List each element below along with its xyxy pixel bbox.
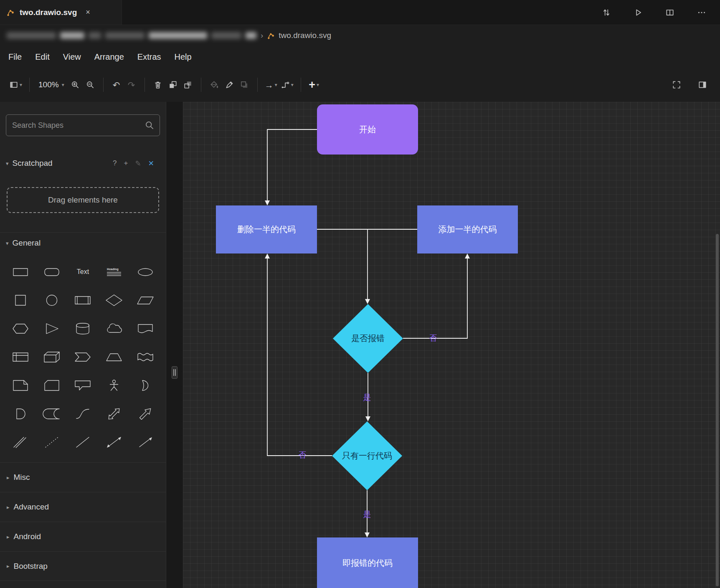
shape-or[interactable] xyxy=(129,371,161,400)
shape-heading[interactable]: Heading xyxy=(99,258,130,286)
redacted-path-segment xyxy=(89,32,101,39)
section-misc-header[interactable]: ▸ Misc xyxy=(0,462,166,492)
shape-step[interactable] xyxy=(67,343,99,371)
edge-start-to-delete[interactable] xyxy=(267,129,317,201)
waypoints-icon xyxy=(281,80,290,89)
edge-label-no[interactable]: 否 xyxy=(429,333,437,344)
insert-button[interactable]: + ▾ xyxy=(307,76,322,93)
shape-ellipse[interactable] xyxy=(129,258,161,286)
tab-two-drawio-svg[interactable]: two.drawio.svg × xyxy=(0,0,122,25)
shape-and[interactable] xyxy=(5,400,36,428)
shape-diamond[interactable] xyxy=(99,286,130,314)
connection-arrow-icon: → xyxy=(265,81,274,89)
line-color-button[interactable] xyxy=(222,76,237,93)
edge-one-line-no-to-delete[interactable] xyxy=(267,258,332,456)
scratchpad-add-icon[interactable]: + xyxy=(124,159,128,167)
shape-card[interactable] xyxy=(36,371,68,400)
shape-triangle[interactable] xyxy=(36,314,68,343)
shape-note[interactable] xyxy=(5,371,36,400)
undo-button[interactable]: ↶ xyxy=(109,76,124,93)
to-back-button[interactable] xyxy=(180,76,195,93)
edge-is-error-no-to-add[interactable] xyxy=(403,258,467,338)
shape-arrow[interactable] xyxy=(129,400,161,428)
breadcrumb-file[interactable]: two.drawio.svg xyxy=(267,31,331,40)
shape-internal-storage[interactable] xyxy=(5,343,36,371)
search-shapes-input[interactable] xyxy=(6,114,160,136)
shape-directional-connection[interactable] xyxy=(129,428,161,456)
shape-hexagon[interactable] xyxy=(5,314,36,343)
zoom-in-button[interactable] xyxy=(68,76,83,93)
edge-label-no[interactable]: 否 xyxy=(299,450,307,461)
shape-tape[interactable] xyxy=(129,343,161,371)
zoom-level-control[interactable]: 100% ▾ xyxy=(35,80,68,89)
format-panel-toggle-button[interactable] xyxy=(695,76,710,93)
shape-text[interactable]: Text xyxy=(67,258,99,286)
to-front-button[interactable] xyxy=(165,76,180,93)
run-button[interactable] xyxy=(631,4,646,21)
redo-button[interactable]: ↷ xyxy=(124,76,139,93)
section-android-header[interactable]: ▸ Android xyxy=(0,522,166,551)
tab-close-icon[interactable]: × xyxy=(86,8,90,17)
tab-title: two.drawio.svg xyxy=(20,8,77,17)
menu-extras[interactable]: Extras xyxy=(131,50,168,64)
menu-edit[interactable]: Edit xyxy=(28,50,56,64)
shadow-button[interactable] xyxy=(237,76,252,93)
shape-trapezoid[interactable] xyxy=(99,343,130,371)
scratchpad-close-icon[interactable]: ✕ xyxy=(148,159,154,168)
view-panels-button[interactable]: ▾ xyxy=(8,76,24,93)
fill-color-button[interactable] xyxy=(207,76,222,93)
diagram-canvas[interactable]: 开始 删除一半的代码 添加一半的代码 是否报错 只有一行代码 即报错的代码 否 … xyxy=(183,102,720,588)
arrowhead-icon xyxy=(365,416,370,421)
shape-parallelogram[interactable] xyxy=(129,286,161,314)
shape-dashed-line[interactable] xyxy=(36,428,68,456)
scrollbar-thumb[interactable] xyxy=(716,234,719,586)
waypoint-style-button[interactable]: ▾ xyxy=(279,76,295,93)
panel-resize-handle[interactable] xyxy=(172,366,177,379)
scratchpad-help-icon[interactable]: ? xyxy=(113,159,117,167)
fullscreen-button[interactable] xyxy=(669,76,684,93)
redacted-path-segment xyxy=(7,32,56,39)
shape-process[interactable] xyxy=(67,286,99,314)
shape-data-storage[interactable] xyxy=(36,400,68,428)
node-delete-half-code[interactable]: 删除一半的代码 xyxy=(216,205,317,253)
shape-actor[interactable] xyxy=(99,371,130,400)
sidebar-canvas-gutter xyxy=(166,102,183,588)
shape-cube[interactable] xyxy=(36,343,68,371)
shape-square[interactable] xyxy=(5,286,36,314)
more-actions-button[interactable] xyxy=(694,4,709,21)
shape-curve[interactable] xyxy=(67,400,99,428)
shape-line[interactable] xyxy=(67,428,99,456)
delete-button[interactable] xyxy=(150,76,165,93)
menu-arrange[interactable]: Arrange xyxy=(88,50,131,64)
shape-link[interactable] xyxy=(5,428,36,456)
shape-rectangle[interactable] xyxy=(5,258,36,286)
shape-cylinder[interactable] xyxy=(67,314,99,343)
shape-callout[interactable] xyxy=(67,371,99,400)
split-editor-button[interactable] xyxy=(662,4,677,21)
shape-two-way-arrow[interactable] xyxy=(99,400,130,428)
edge-label-yes[interactable]: 是 xyxy=(363,392,371,403)
compare-changes-button[interactable] xyxy=(599,4,614,21)
zoom-out-button[interactable] xyxy=(83,76,98,93)
edge-label-yes[interactable]: 是 xyxy=(363,509,371,520)
scratchpad-edit-icon[interactable]: ✎ xyxy=(135,159,141,168)
connection-style-button[interactable]: → ▾ xyxy=(263,76,279,93)
section-bootstrap-header[interactable]: ▸ Bootstrap xyxy=(0,551,166,581)
shape-circle[interactable] xyxy=(36,286,68,314)
scratchpad-header[interactable]: ▾ Scratchpad ? + ✎ ✕ xyxy=(0,155,166,171)
shape-cloud[interactable] xyxy=(99,314,130,343)
node-add-half-code[interactable]: 添加一半的代码 xyxy=(417,205,518,253)
shape-document[interactable] xyxy=(129,314,161,343)
scratchpad-label: Scratchpad xyxy=(13,159,53,168)
menu-help[interactable]: Help xyxy=(168,50,198,64)
section-advanced-header[interactable]: ▸ Advanced xyxy=(0,492,166,522)
shape-rounded-rectangle[interactable] xyxy=(36,258,68,286)
node-start[interactable]: 开始 xyxy=(317,104,418,155)
flow-edges[interactable] xyxy=(183,102,720,588)
menu-file[interactable]: File xyxy=(2,50,28,64)
scratchpad-drop-zone[interactable]: Drag elements here xyxy=(7,187,159,213)
node-error-code[interactable]: 即报错的代码 xyxy=(317,537,418,588)
menu-view[interactable]: View xyxy=(56,50,88,64)
section-general-header[interactable]: ▾ General xyxy=(0,232,166,251)
shape-bidirectional-connection[interactable] xyxy=(99,428,130,456)
